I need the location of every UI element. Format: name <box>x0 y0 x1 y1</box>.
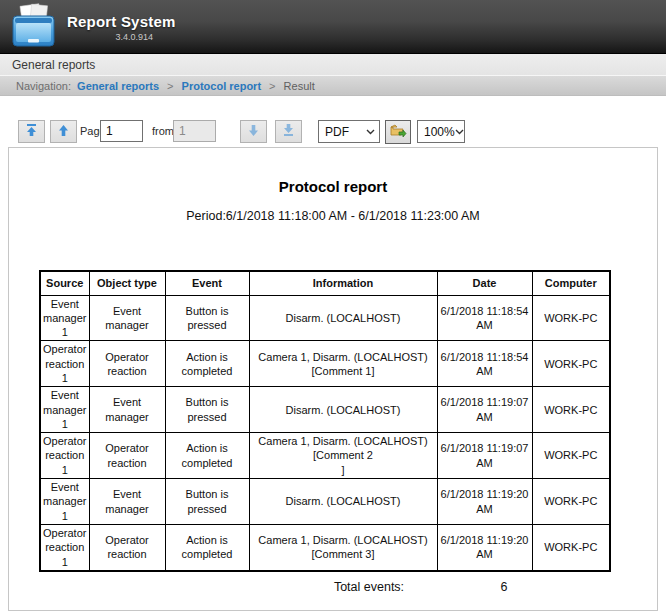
arrow-down-to-bar-icon <box>283 123 294 141</box>
cell-date: 6/1/2018 11:19:07 AM <box>437 387 532 433</box>
table-header-row: Source Object type Event Information Dat… <box>40 271 610 295</box>
report-system-app: Report System 3.4.0.914 General reports … <box>0 0 666 611</box>
column-header-computer: Computer <box>532 271 610 295</box>
report-period: Period:6/1/2018 11:18:00 AM - 6/1/2018 1… <box>9 209 657 223</box>
arrow-down-icon <box>248 123 259 141</box>
arrow-up-to-bar-icon <box>26 123 37 141</box>
table-row: Event manager 1 Event manager Button is … <box>40 295 610 341</box>
breadcrumb-separator: > <box>269 80 275 92</box>
table-row: Operator reaction 1 Operator reaction Ac… <box>40 524 610 570</box>
cell-information: Camera 1, Disarm. (LOCALHOST) [Comment 1… <box>249 341 437 387</box>
export-format-value: PDF <box>325 125 349 139</box>
cell-source: Event manager 1 <box>40 479 89 525</box>
breadcrumb-link-general-reports[interactable]: General reports <box>77 80 159 92</box>
breadcrumb: Navigation: General reports > Protocol r… <box>0 76 666 96</box>
zoom-level-select[interactable]: 100% <box>417 120 465 143</box>
table-row: Event manager 1 Event manager Button is … <box>40 387 610 433</box>
cell-information: Disarm. (LOCALHOST) <box>249 387 437 433</box>
last-page-button[interactable] <box>275 120 302 143</box>
cell-source: Event manager 1 <box>40 387 89 433</box>
cell-event: Action is completed <box>165 433 249 479</box>
cell-information: Camera 1, Disarm. (LOCALHOST) [Comment 2… <box>249 433 437 479</box>
total-pages-input <box>173 120 216 142</box>
app-title: Report System <box>67 13 175 30</box>
zoom-level-value: 100% <box>424 125 455 139</box>
cell-date: 6/1/2018 11:18:54 AM <box>437 295 532 341</box>
table-row: Operator reaction 1 Operator reaction Ac… <box>40 433 610 479</box>
cell-computer: WORK-PC <box>532 479 610 525</box>
report-page: Protocol report Period:6/1/2018 11:18:00… <box>8 147 658 611</box>
cell-object-type: Operator reaction <box>89 433 165 479</box>
column-header-object-type: Object type <box>89 271 165 295</box>
chevron-down-icon <box>455 121 464 142</box>
app-version: 3.4.0.914 <box>67 32 153 42</box>
column-header-source: Source <box>40 271 89 295</box>
cell-event: Action is completed <box>165 341 249 387</box>
table-row: Event manager 1 Event manager Button is … <box>40 479 610 525</box>
cell-source: Operator reaction 1 <box>40 433 89 479</box>
report-system-logo-icon <box>9 3 58 55</box>
menubar-item-general-reports[interactable]: General reports <box>12 58 95 72</box>
total-events-label: Total events: <box>289 580 449 594</box>
cell-source: Operator reaction 1 <box>40 341 89 387</box>
cell-object-type: Event manager <box>89 295 165 341</box>
next-page-button[interactable] <box>240 120 267 143</box>
cell-information: Camera 1, Disarm. (LOCALHOST) [Comment 3… <box>249 524 437 570</box>
protocol-table: Source Object type Event Information Dat… <box>39 270 611 572</box>
cell-computer: WORK-PC <box>532 295 610 341</box>
cell-event: Action is completed <box>165 524 249 570</box>
from-label: from <box>152 125 174 137</box>
cell-computer: WORK-PC <box>532 433 610 479</box>
cell-event: Button is pressed <box>165 387 249 433</box>
cell-date: 6/1/2018 11:19:07 AM <box>437 433 532 479</box>
table-row: Operator reaction 1 Operator reaction Ac… <box>40 341 610 387</box>
breadcrumb-link-protocol-report[interactable]: Protocol report <box>182 80 261 92</box>
cell-information: Disarm. (LOCALHOST) <box>249 479 437 525</box>
cell-date: 6/1/2018 11:19:20 AM <box>437 479 532 525</box>
first-page-button[interactable] <box>18 120 45 143</box>
column-header-date: Date <box>437 271 532 295</box>
export-report-button[interactable] <box>385 120 411 144</box>
cell-computer: WORK-PC <box>532 524 610 570</box>
cell-computer: WORK-PC <box>532 341 610 387</box>
cell-source: Operator reaction 1 <box>40 524 89 570</box>
totals-section: Total events: 6 <box>9 575 657 601</box>
report-title: Protocol report <box>9 178 657 195</box>
cell-information: Disarm. (LOCALHOST) <box>249 295 437 341</box>
breadcrumb-separator: > <box>167 80 173 92</box>
cell-date: 6/1/2018 11:18:54 AM <box>437 341 532 387</box>
cell-object-type: Event manager <box>89 479 165 525</box>
arrow-up-icon <box>58 123 69 141</box>
breadcrumb-current: Result <box>284 80 315 92</box>
cell-object-type: Operator reaction <box>89 341 165 387</box>
breadcrumb-prefix: Navigation: <box>16 80 71 92</box>
cell-source: Event manager 1 <box>40 295 89 341</box>
cell-object-type: Event manager <box>89 387 165 433</box>
page-number-input[interactable] <box>100 120 143 142</box>
cell-event: Button is pressed <box>165 479 249 525</box>
cell-event: Button is pressed <box>165 295 249 341</box>
previous-page-button[interactable] <box>50 120 77 143</box>
column-header-information: Information <box>249 271 437 295</box>
cell-object-type: Operator reaction <box>89 524 165 570</box>
chevron-down-icon <box>362 121 379 142</box>
app-header: Report System 3.4.0.914 <box>0 0 666 54</box>
report-toolbar: Page from PDF <box>0 96 666 146</box>
total-events-value: 6 <box>464 580 544 594</box>
cell-computer: WORK-PC <box>532 387 610 433</box>
export-format-select[interactable]: PDF <box>318 120 380 143</box>
menubar: General reports <box>0 54 666 76</box>
export-folder-icon <box>390 123 407 142</box>
column-header-event: Event <box>165 271 249 295</box>
cell-date: 6/1/2018 11:19:20 AM <box>437 524 532 570</box>
